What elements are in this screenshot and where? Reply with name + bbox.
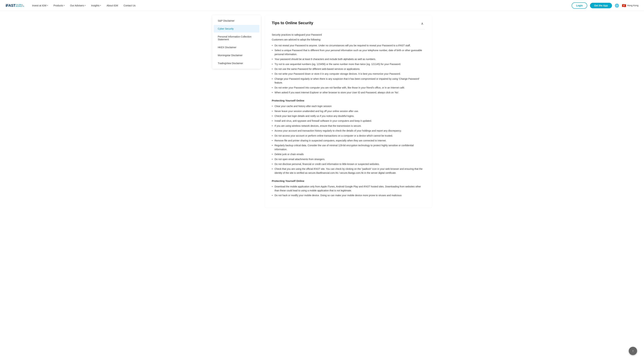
nav-insights[interactable]: Insights ▾: [89, 3, 104, 8]
logo[interactable]: iFAST GLOBAL MARKETS: [6, 3, 24, 8]
region-name: Hong Kong: [627, 4, 638, 7]
list-item: Remove file and printer sharing in suspe…: [272, 138, 425, 143]
list-item: Regularly backup critical data. Consider…: [272, 143, 425, 152]
list-item: Never leave your session unattended and …: [272, 109, 425, 114]
list-item: Check your last login details and notify…: [272, 114, 425, 118]
sidebar-item-tradingview[interactable]: TradingView Disclaimer: [214, 59, 260, 67]
logo-text-block: GLOBAL MARKETS: [16, 4, 24, 7]
protecting-heading-1: Protecting Yourself Online: [272, 99, 425, 102]
list-item: Do not hack or modify your mobile device…: [272, 193, 425, 198]
page-title: Tips to Online Security: [272, 21, 313, 25]
language-icon[interactable]: 🌐: [615, 3, 619, 7]
logo-ifast-text: iFAST: [6, 3, 16, 8]
list-item: Do not write your Password down or store…: [272, 71, 425, 76]
list-item: Do not open email attachments from stran…: [272, 157, 425, 162]
security-intro: Customers are adviced to adopt the follo…: [272, 38, 425, 41]
list-item: Your password should be at least 8 chara…: [272, 57, 425, 62]
chevron-down-icon: ▾: [100, 4, 101, 6]
flag-icon: 🇭🇰: [622, 3, 626, 7]
list-item: Access your account and transaction hist…: [272, 128, 425, 133]
header-actions: Login Get the App 🌐 🇭🇰 Hong Kong: [572, 2, 638, 9]
sidebar: S&P Disclaimer Cyber Security Personal I…: [212, 15, 261, 207]
site-header: iFAST GLOBAL MARKETS Invest at iGM ▾ Pro…: [0, 0, 644, 11]
list-item: Delete junk or chain emails: [272, 152, 425, 157]
sidebar-card: S&P Disclaimer Cyber Security Personal I…: [212, 15, 261, 69]
logo-markets-text: MARKETS: [16, 5, 24, 7]
list-item: Clear your cache and history after each …: [272, 104, 425, 109]
nav-products[interactable]: Products ▾: [51, 3, 67, 8]
sidebar-item-sp-disclaimer[interactable]: S&P Disclaimer: [214, 17, 260, 24]
sidebar-item-personal-info[interactable]: Personal Information Collection Statemen…: [214, 33, 260, 43]
nav-about[interactable]: About iGM: [104, 3, 120, 8]
list-item: Do not enter your Password into computer…: [272, 85, 425, 90]
page-layout: S&P Disclaimer Cyber Security Personal I…: [210, 11, 435, 212]
list-item: Change your Password regularly or when t…: [272, 76, 425, 85]
chevron-down-icon: ▾: [85, 4, 86, 6]
sidebar-item-morningstar[interactable]: Morningstar Disclaimer: [214, 51, 260, 59]
main-nav: Invest at iGM ▾ Products ▾ Our Advisers …: [30, 3, 572, 8]
list-item: Do not reveal your Password to anyone. U…: [272, 43, 425, 48]
protecting-heading-2: Protecting Yourself Online: [272, 180, 425, 182]
chevron-down-icon: ▾: [64, 4, 64, 6]
region-selector[interactable]: 🇭🇰 Hong Kong: [622, 3, 638, 7]
nav-invest[interactable]: Invest at iGM ▾: [30, 3, 50, 8]
nav-advisers[interactable]: Our Advisers ▾: [68, 3, 88, 8]
content-card: Tips to Online Security ∧ Security pract…: [265, 15, 432, 207]
sidebar-item-hkex[interactable]: HKEX Disclaimer: [214, 43, 260, 51]
list-item: If you are using wireless network device…: [272, 123, 425, 128]
list-item: Do not access your account or perform on…: [272, 133, 425, 138]
list-item: Download the mobile application only fro…: [272, 184, 425, 193]
list-item: Do not disclose personal, financial or c…: [272, 162, 425, 167]
chevron-down-icon: ▾: [47, 4, 48, 6]
content-header: Tips to Online Security ∧: [272, 21, 425, 29]
collapse-button[interactable]: ∧: [420, 21, 425, 26]
main-content: Tips to Online Security ∧ Security pract…: [265, 15, 432, 207]
list-item: When asked if you want Internet Explorer…: [272, 90, 425, 95]
security-subtitle: Security practices to safeguard your Pas…: [272, 33, 425, 36]
list-item: Do not use the same Password for differe…: [272, 67, 425, 71]
list-item: Try not to use sequential numbers (eg. 1…: [272, 62, 425, 67]
protecting-bullets-list-1: Clear your cache and history after each …: [272, 104, 425, 175]
get-app-button[interactable]: Get the App: [590, 3, 612, 8]
sidebar-item-cyber-security[interactable]: Cyber Security: [214, 25, 260, 32]
list-item: Install anti-virus, anti-spyware and fir…: [272, 118, 425, 123]
list-item: Select a unique Password that is differe…: [272, 48, 425, 57]
list-item: Check that you are using the official iF…: [272, 167, 425, 175]
login-button[interactable]: Login: [572, 2, 587, 9]
protecting-bullets-list-2: Download the mobile application only fro…: [272, 184, 425, 198]
nav-contact[interactable]: Contact Us: [121, 3, 138, 8]
security-bullets-list: Do not reveal your Password to anyone. U…: [272, 43, 425, 95]
